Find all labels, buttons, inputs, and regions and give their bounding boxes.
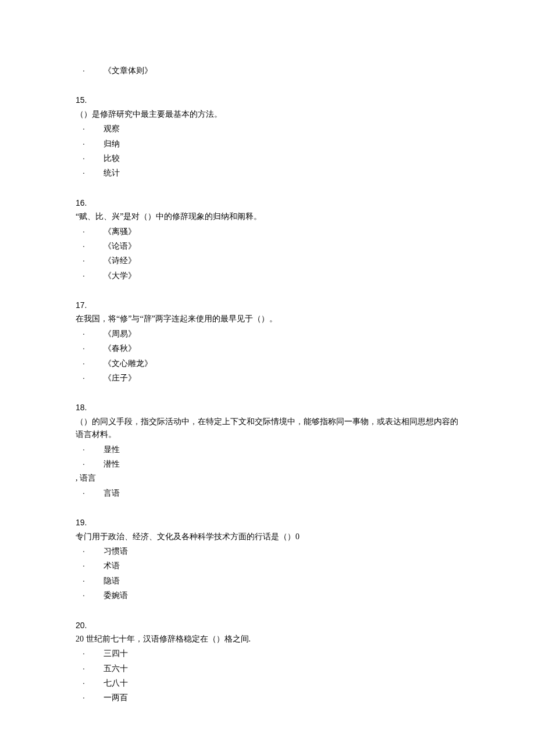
option-item: · 《诗经》 (76, 254, 459, 267)
option-text: 隐语 (104, 575, 459, 587)
question-17: 17. 在我国，将“修”与“辞”两字连起来使用的最早见于（）。 · 《周易》 ·… (76, 299, 459, 385)
question-text: “赋、比、兴”是对（）中的修辞现象的归纳和阐释。 (76, 210, 459, 223)
bullet-icon: · (76, 559, 104, 572)
bullet-icon: · (76, 254, 104, 267)
orphan-option: · 《文章体则》 (76, 64, 459, 77)
option-text: 统计 (104, 167, 459, 180)
option-text: 《春秋》 (104, 342, 459, 355)
question-20: 20. 20 世纪前七十年，汉语修辞格稳定在（）格之间. · 三四十 · 五六十… (76, 619, 459, 705)
option-item: · 一两百 (76, 691, 459, 704)
option-text: 《论语》 (104, 240, 459, 253)
question-text: 20 世纪前七十年，汉语修辞格稳定在（）格之间. (76, 633, 459, 646)
option-text: 一两百 (104, 691, 459, 704)
option-item: · 《论语》 (76, 239, 459, 253)
question-text: （）的同义手段，指交际活动中，在特定上下文和交际情境中，能够指称同一事物，或表达… (76, 415, 459, 442)
option-text: 显性 (104, 443, 459, 456)
option-text: 《诗经》 (104, 255, 459, 267)
option-item: · 显性 (76, 443, 459, 456)
bullet-icon: · (76, 357, 104, 370)
bullet-icon: · (76, 225, 104, 238)
option-item: · 《离骚》 (76, 225, 459, 238)
option-text: 言语 (104, 487, 459, 500)
bullet-icon: · (76, 486, 104, 499)
question-number: 19. (76, 516, 459, 529)
option-item: · 七八十 (76, 676, 459, 690)
bullet-icon: · (76, 64, 104, 77)
option-text: 观察 (104, 123, 459, 135)
bullet-icon: · (76, 691, 104, 704)
option-item: · 习惯语 (76, 544, 459, 558)
option-item: · 归纳 (76, 137, 459, 151)
bullet-icon: · (76, 662, 104, 675)
bullet-icon: · (76, 269, 104, 282)
option-item: · 隐语 (76, 574, 459, 587)
option-item: · 五六十 (76, 662, 459, 675)
bullet-icon: · (76, 166, 104, 179)
option-text: 七八十 (104, 677, 459, 690)
option-text: 《离骚》 (104, 225, 459, 238)
option-text: 《文心雕龙》 (104, 357, 459, 370)
bullet-icon: · (76, 239, 104, 252)
bullet-icon: · (76, 544, 104, 557)
bullet-icon: · (76, 574, 104, 587)
option-item: · 三四十 (76, 647, 459, 660)
option-text: 《大学》 (104, 270, 459, 282)
option-text: 《文章体则》 (104, 65, 459, 77)
option-item: · 《春秋》 (76, 342, 459, 355)
option-item: · 委婉语 (76, 589, 459, 602)
bullet-icon: · (76, 676, 104, 689)
option-item: · 比较 (76, 152, 459, 165)
option-text: 五六十 (104, 662, 459, 675)
question-text: 在我国，将“修”与“辞”两字连起来使用的最早见于（）。 (76, 313, 459, 325)
option-text: 潜性 (104, 458, 459, 471)
question-16: 16. “赋、比、兴”是对（）中的修辞现象的归纳和阐释。 · 《离骚》 · 《论… (76, 196, 459, 282)
bullet-icon: · (76, 342, 104, 354)
option-item: · 言语 (76, 486, 459, 500)
option-text: 比较 (104, 152, 459, 165)
option-text: 习惯语 (104, 545, 459, 558)
option-text: 三四十 (104, 647, 459, 660)
bullet-icon: · (76, 122, 104, 135)
option-text: 《周易》 (104, 328, 459, 341)
option-item: · 术语 (76, 559, 459, 572)
question-text: （）是修辞研究中最主要最基本的方法。 (76, 108, 459, 121)
option-item: · 统计 (76, 166, 459, 180)
bullet-icon: · (76, 589, 104, 601)
bullet-icon: · (76, 152, 104, 164)
option-item: · 《大学》 (76, 269, 459, 282)
option-item: · 潜性 (76, 457, 459, 471)
option-item: · 《文心雕龙》 (76, 357, 459, 370)
bullet-icon: · (76, 371, 104, 384)
question-number: 16. (76, 196, 459, 209)
bullet-icon: · (76, 457, 104, 470)
option-item: · 观察 (76, 122, 459, 135)
option-text: 委婉语 (104, 589, 459, 602)
bullet-icon: · (76, 443, 104, 456)
option-item: · 《周易》 (76, 327, 459, 341)
bullet-icon: · (76, 647, 104, 660)
bullet-icon: · (76, 327, 104, 340)
question-18: 18. （）的同义手段，指交际活动中，在特定上下文和交际情境中，能够指称同一事物… (76, 401, 459, 500)
question-number: 20. (76, 619, 459, 632)
question-19: 19. 专门用于政治、经济、文化及各种科学技术方面的行话是（）0 · 习惯语 ·… (76, 516, 459, 602)
inline-note: , 语言 (76, 472, 459, 485)
option-text: 《庄子》 (104, 372, 459, 385)
option-item: · 《庄子》 (76, 371, 459, 385)
question-number: 17. (76, 299, 459, 311)
option-text: 术语 (104, 560, 459, 572)
bullet-icon: · (76, 137, 104, 150)
question-number: 18. (76, 401, 459, 414)
question-text: 专门用于政治、经济、文化及各种科学技术方面的行话是（）0 (76, 531, 459, 543)
question-number: 15. (76, 94, 459, 106)
question-15: 15. （）是修辞研究中最主要最基本的方法。 · 观察 · 归纳 · 比较 · … (76, 94, 459, 180)
option-text: 归纳 (104, 138, 459, 151)
